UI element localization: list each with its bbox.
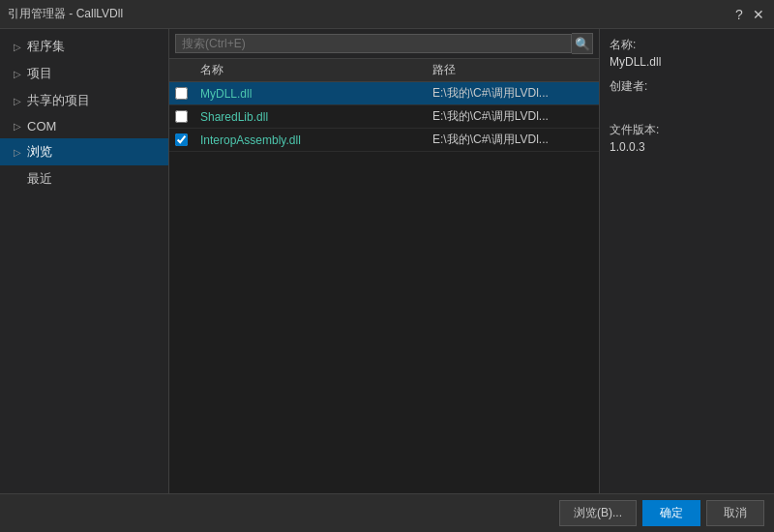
td-path-1: E:\我的\C#\调用LVDl... — [425, 85, 599, 102]
checkbox-3[interactable] — [175, 133, 188, 146]
sidebar-item-com[interactable]: ▷ COM — [0, 114, 168, 138]
info-creator-label: 创建者: — [610, 78, 764, 95]
title-text: 引用管理器 - CallLVDll — [8, 6, 123, 22]
td-name-3: InteropAssembly.dll — [193, 133, 425, 147]
right-panel: 🔍 名称 路径 — [169, 29, 774, 493]
info-version-value: 1.0.0.3 — [610, 140, 764, 154]
sidebar-label-project: 项目 — [27, 65, 52, 82]
info-creator-value — [610, 97, 764, 112]
browse-button[interactable]: 浏览(B)... — [559, 500, 637, 526]
arrow-icon: ▷ — [14, 147, 21, 158]
info-name-value: MyDLL.dll — [610, 55, 764, 69]
th-checkbox — [169, 62, 193, 78]
sidebar-item-shared[interactable]: ▷ 共享的项目 — [0, 87, 168, 114]
td-name-2: SharedLib.dll — [193, 110, 425, 124]
sidebar-label-browse: 浏览 — [27, 143, 52, 161]
sidebar-label-com: COM — [27, 119, 56, 133]
file-list-area: 🔍 名称 路径 — [169, 29, 600, 493]
td-path-3: E:\我的\C#\调用LVDl... — [425, 132, 599, 148]
title-bar: 引用管理器 - CallLVDll ? ✕ — [0, 0, 774, 29]
search-button[interactable]: 🔍 — [572, 33, 593, 54]
table-row[interactable]: InteropAssembly.dll E:\我的\C#\调用LVDl... — [169, 129, 599, 152]
table-row[interactable]: MyDLL.dll E:\我的\C#\调用LVDl... — [169, 82, 599, 105]
sidebar: ▷ 程序集 ▷ 项目 ▷ 共享的项目 ▷ COM ▷ 浏览 ▷ 最近 — [0, 29, 169, 493]
table-body: MyDLL.dll E:\我的\C#\调用LVDl... SharedLib.d… — [169, 82, 599, 493]
confirm-button[interactable]: 确定 — [642, 500, 700, 526]
info-panel: 名称: MyDLL.dll 创建者: 文件版本: 1.0.0.3 — [600, 29, 774, 493]
arrow-icon: ▷ — [14, 121, 21, 132]
table-row[interactable]: SharedLib.dll E:\我的\C#\调用LVDl... — [169, 105, 599, 129]
top-area: 🔍 名称 路径 — [169, 29, 774, 493]
cancel-button[interactable]: 取消 — [706, 500, 764, 526]
th-name: 名称 — [193, 62, 425, 78]
search-bar: 🔍 — [169, 29, 599, 59]
sidebar-item-assemblies[interactable]: ▷ 程序集 — [0, 33, 168, 60]
td-checkbox-2[interactable] — [169, 110, 193, 123]
checkbox-2[interactable] — [175, 110, 188, 123]
arrow-icon: ▷ — [14, 69, 21, 79]
sidebar-label-assemblies: 程序集 — [27, 38, 65, 55]
sidebar-label-shared: 共享的项目 — [27, 92, 90, 109]
arrow-icon: ▷ — [14, 96, 21, 106]
arrow-icon: ▷ — [14, 42, 21, 52]
sidebar-item-project[interactable]: ▷ 项目 — [0, 60, 168, 87]
td-name-1: MyDLL.dll — [193, 87, 425, 101]
sidebar-label-recent: 最近 — [27, 170, 52, 188]
table-header: 名称 路径 — [169, 59, 599, 82]
td-path-2: E:\我的\C#\调用LVDl... — [425, 108, 599, 125]
close-button[interactable]: ✕ — [751, 7, 766, 22]
bottom-bar: 浏览(B)... 确定 取消 — [0, 493, 774, 532]
th-path: 路径 — [425, 62, 599, 78]
checkbox-1[interactable] — [175, 87, 188, 100]
title-buttons: ? ✕ — [731, 7, 766, 22]
sidebar-item-recent[interactable]: ▷ 最近 — [0, 165, 168, 192]
td-checkbox-1[interactable] — [169, 87, 193, 100]
dialog-body: ▷ 程序集 ▷ 项目 ▷ 共享的项目 ▷ COM ▷ 浏览 ▷ 最近 — [0, 29, 774, 532]
main-content: ▷ 程序集 ▷ 项目 ▷ 共享的项目 ▷ COM ▷ 浏览 ▷ 最近 — [0, 29, 774, 493]
info-name-label: 名称: — [610, 37, 764, 53]
search-input[interactable] — [175, 34, 572, 53]
help-button[interactable]: ? — [731, 7, 747, 22]
info-version-label: 文件版本: — [610, 122, 764, 138]
td-checkbox-3[interactable] — [169, 133, 193, 146]
sidebar-item-browse[interactable]: ▷ 浏览 — [0, 138, 168, 165]
